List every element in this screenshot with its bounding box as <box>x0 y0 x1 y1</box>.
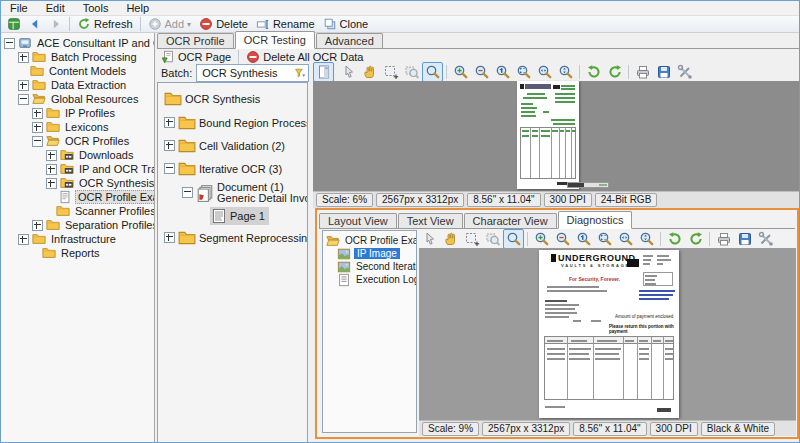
forward-button[interactable] <box>45 14 66 34</box>
batch-tree-item-document[interactable]: Document (1) Generic Detail Invoice (2).… <box>158 180 307 205</box>
print-button[interactable] <box>713 229 734 249</box>
save-button[interactable] <box>653 62 674 82</box>
collapse-icon[interactable] <box>32 136 43 147</box>
settings-button[interactable] <box>755 229 776 249</box>
expand-icon[interactable] <box>32 108 43 119</box>
tree-item-ip-and-ocr-training[interactable]: IP and OCR Training <box>1 162 154 176</box>
pan-hand-button[interactable] <box>359 62 380 82</box>
zoom-out-button[interactable] <box>471 62 492 82</box>
pan-hand-button[interactable] <box>440 229 461 249</box>
tab-ocr-profile[interactable]: OCR Profile <box>157 33 234 48</box>
collapse-icon[interactable] <box>18 94 29 105</box>
batch-tree-item-ocr-synthesis[interactable]: OCR Synthesis <box>158 87 307 111</box>
tree-item-ocr-profiles[interactable]: OCR Profiles <box>1 134 154 148</box>
viewer-h-scrollbar[interactable] <box>567 182 609 188</box>
page-toggle-button[interactable] <box>313 62 334 82</box>
expand-icon[interactable] <box>164 140 175 151</box>
batch-tree-item-page-1[interactable]: Page 1 <box>158 205 307 226</box>
ocr-page-button[interactable]: OCR Page <box>157 49 235 65</box>
tree-item-reports[interactable]: Reports <box>1 246 154 260</box>
rotate-cw-button[interactable] <box>685 229 706 249</box>
batch-tree-item-cell-validation[interactable]: Cell Validation (2) <box>158 134 307 157</box>
diag-tree-item-execution-log[interactable]: Execution Log <box>323 273 416 286</box>
tab-diagnostics[interactable]: Diagnostics <box>558 211 633 229</box>
select-pointer-button[interactable] <box>338 62 359 82</box>
tree-item-data-extraction[interactable]: Data Extraction <box>1 78 154 92</box>
zoom-in-button[interactable] <box>531 229 552 249</box>
tab-text-view[interactable]: Text View <box>398 213 463 228</box>
zoom-out-button[interactable] <box>552 229 573 249</box>
collapse-icon[interactable] <box>4 38 15 49</box>
magnifier-button[interactable] <box>503 229 524 249</box>
tab-advanced[interactable]: Advanced <box>316 33 383 48</box>
magnifier-button[interactable] <box>422 62 443 82</box>
diag-tree-item-profile[interactable]: OCR Profile Example <box>323 234 416 247</box>
tree-item-content-models[interactable]: Content Models <box>1 64 154 78</box>
top-viewer-canvas[interactable] <box>313 81 799 191</box>
tab-ocr-testing[interactable]: OCR Testing <box>235 31 315 49</box>
tree-item-scanner-profiles[interactable]: Scanner Profiles <box>1 204 154 218</box>
tree-item-ip-profiles[interactable]: IP Profiles <box>1 106 154 120</box>
page-thumbnail[interactable] <box>517 81 579 189</box>
rotate-ccw-button[interactable] <box>583 62 604 82</box>
marquee-select-button[interactable] <box>461 229 482 249</box>
marquee-select-button[interactable] <box>380 62 401 82</box>
tree-item-downloads[interactable]: Downloads <box>1 148 154 162</box>
expand-icon[interactable] <box>46 178 57 189</box>
tab-layout-view[interactable]: Layout View <box>319 213 397 228</box>
rename-button[interactable]: Rename <box>252 16 319 32</box>
delete-button[interactable]: Delete <box>195 16 252 32</box>
diag-tree-item-second-iteration[interactable]: Second Iteration <box>323 260 416 273</box>
zoom-fit-button[interactable] <box>513 62 534 82</box>
expand-icon[interactable] <box>32 122 43 133</box>
zoom-actual-button[interactable] <box>492 62 513 82</box>
batch-combobox[interactable]: OCR Synthesis <box>196 64 309 82</box>
zoom-fit-button[interactable] <box>594 229 615 249</box>
tree-item-separation-profiles[interactable]: Separation Profiles <box>1 218 154 232</box>
zoom-fit-height-button[interactable] <box>636 229 657 249</box>
menu-tools[interactable]: Tools <box>74 1 118 16</box>
batch-tree-item-segment-reprocessing[interactable]: Segment Reprocessing (4) <box>158 226 307 249</box>
expand-icon[interactable] <box>32 220 43 231</box>
tree-item-lexicons[interactable]: Lexicons <box>1 120 154 134</box>
zoom-region-button[interactable] <box>482 229 503 249</box>
add-button[interactable]: Add ▾ <box>144 16 196 32</box>
tree-item-infrastructure[interactable]: Infrastructure <box>1 232 154 246</box>
tree-item-ocr-synthesis[interactable]: OCR Synthesis <box>1 176 154 190</box>
menu-help[interactable]: Help <box>117 1 158 16</box>
batch-tree-item-iterative-ocr[interactable]: Iterative OCR (3) <box>158 157 307 180</box>
tree-item-ocr-profile-example[interactable]: OCR Profile Example <box>1 190 154 204</box>
expand-icon[interactable] <box>18 234 29 245</box>
tree-item-root[interactable]: ACE Consultant IP and OCR <box>1 36 154 50</box>
diag-tree-item-ip-image[interactable]: IP Image <box>323 247 416 260</box>
select-pointer-button[interactable] <box>419 229 440 249</box>
expand-icon[interactable] <box>46 150 57 161</box>
collapse-icon[interactable] <box>182 187 193 198</box>
clone-button[interactable]: Clone <box>319 16 373 32</box>
back-button[interactable] <box>24 14 45 34</box>
refresh-button[interactable]: Refresh <box>73 16 137 32</box>
rotate-cw-button[interactable] <box>604 62 625 82</box>
save-button[interactable] <box>734 229 755 249</box>
batch-tree-item-bound-region[interactable]: Bound Region Processing (1) <box>158 111 307 134</box>
zoom-fit-height-button[interactable] <box>555 62 576 82</box>
tree-item-global-resources[interactable]: Global Resources <box>1 92 154 106</box>
tree-item-batch-processing[interactable]: Batch Processing <box>1 50 154 64</box>
rotate-ccw-button[interactable] <box>664 229 685 249</box>
print-button[interactable] <box>632 62 653 82</box>
tab-character-view[interactable]: Character View <box>464 213 557 228</box>
diagnostics-viewer-canvas[interactable]: UNDERGROUND VAULTS & STORAGE For Securit… <box>419 248 796 420</box>
invoice-page[interactable]: UNDERGROUND VAULTS & STORAGE For Securit… <box>539 250 679 418</box>
zoom-fit-width-button[interactable] <box>534 62 555 82</box>
scrollbar-thumb[interactable] <box>568 183 584 187</box>
expand-icon[interactable] <box>18 52 29 63</box>
expand-icon[interactable] <box>164 232 175 243</box>
settings-button[interactable] <box>674 62 695 82</box>
zoom-in-button[interactable] <box>450 62 471 82</box>
collapse-icon[interactable] <box>164 163 175 174</box>
zoom-fit-width-button[interactable] <box>615 229 636 249</box>
expand-icon[interactable] <box>46 164 57 175</box>
expand-icon[interactable] <box>164 117 175 128</box>
zoom-actual-button[interactable] <box>573 229 594 249</box>
zoom-region-button[interactable] <box>401 62 422 82</box>
